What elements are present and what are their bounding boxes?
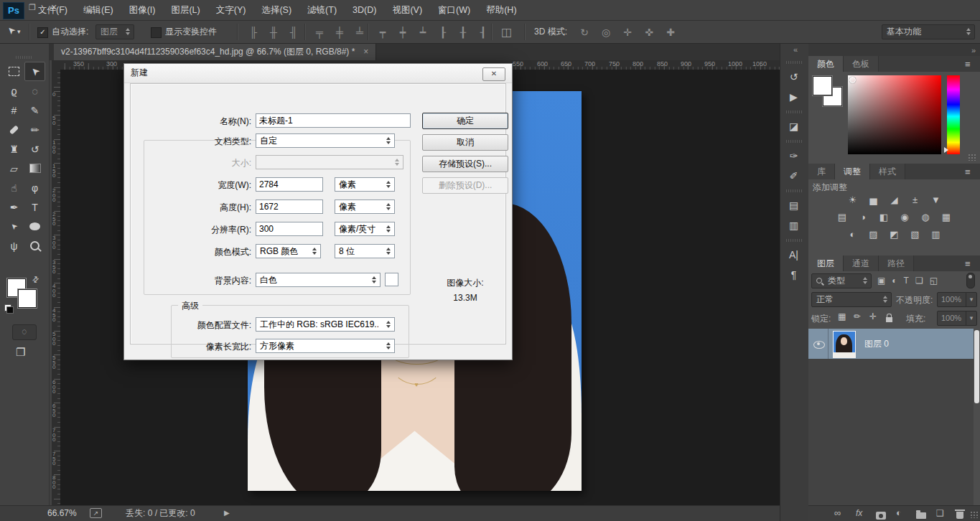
- levels-icon[interactable]: ▅: [867, 194, 881, 206]
- channel-mixer-icon[interactable]: ◍: [918, 211, 933, 223]
- layer-filter-type-dropdown[interactable]: 类型: [811, 273, 872, 288]
- spot-healing-brush-tool[interactable]: [4, 121, 24, 139]
- width-unit-dropdown[interactable]: 像素: [335, 177, 395, 192]
- path-selection-tool[interactable]: ➤: [4, 217, 24, 235]
- history-brush-tool[interactable]: ↺: [25, 140, 45, 158]
- background-dropdown[interactable]: 白色: [256, 273, 381, 287]
- menu-3d[interactable]: 3D(D): [345, 0, 384, 20]
- 3d-rotate-icon[interactable]: ↻: [578, 27, 591, 38]
- dodge-tool[interactable]: φ: [25, 179, 45, 197]
- distribute-bottom-edges-icon[interactable]: ┷: [416, 27, 429, 38]
- cancel-button[interactable]: 取消: [422, 134, 508, 151]
- default-colors-icon[interactable]: [4, 304, 14, 314]
- color-profile-dropdown[interactable]: 工作中的 RGB: sRGB IEC619...: [256, 317, 395, 332]
- clone-stamp-tool[interactable]: ♜: [4, 140, 24, 158]
- menu-edit[interactable]: 编辑(E): [75, 0, 121, 20]
- lock-position-icon[interactable]: ✛: [869, 311, 877, 321]
- quick-selection-tool[interactable]: ◌: [25, 82, 45, 100]
- dialog-close-button[interactable]: ✕: [482, 67, 505, 81]
- character-panel-icon[interactable]: A|: [785, 246, 803, 263]
- eye-icon[interactable]: [813, 341, 825, 349]
- tab-channels[interactable]: 通道: [844, 255, 879, 271]
- height-unit-dropdown[interactable]: 像素: [335, 200, 395, 214]
- saturation-brightness-field[interactable]: [848, 75, 941, 154]
- filter-shape-layers-icon[interactable]: ❏: [915, 276, 923, 286]
- hand-tool[interactable]: ψ: [4, 237, 24, 255]
- height-input[interactable]: [256, 200, 323, 214]
- actions-panel-icon[interactable]: ▶: [785, 88, 803, 105]
- 3d-scale-icon[interactable]: ✚: [664, 27, 677, 38]
- background-color-swatch[interactable]: [18, 289, 37, 308]
- add-layer-mask-icon[interactable]: [876, 512, 886, 520]
- posterize-icon[interactable]: ▨: [867, 228, 881, 240]
- distribute-right-edges-icon[interactable]: ┨: [477, 27, 490, 38]
- layer-thumbnail[interactable]: [833, 331, 856, 358]
- auto-select-checkbox[interactable]: ✓: [37, 27, 48, 38]
- color-balance-icon[interactable]: ◑: [856, 211, 870, 223]
- crop-tool[interactable]: #: [4, 101, 24, 119]
- tab-styles[interactable]: 样式: [870, 164, 905, 179]
- filter-type-layers-icon[interactable]: T: [904, 276, 909, 286]
- eyedropper-tool[interactable]: ✎: [25, 101, 45, 119]
- show-transform-checkbox[interactable]: [151, 27, 162, 38]
- filter-pixel-layers-icon[interactable]: ▣: [877, 276, 885, 286]
- tab-swatches[interactable]: 色板: [844, 56, 879, 72]
- menu-help[interactable]: 帮助(H): [478, 0, 524, 20]
- gradient-tool[interactable]: [25, 159, 45, 177]
- menu-view[interactable]: 视图(V): [384, 0, 430, 20]
- properties-panel-icon[interactable]: ◪: [785, 118, 803, 135]
- exposure-icon[interactable]: ±: [908, 194, 923, 206]
- hue-slider-marker[interactable]: [944, 147, 948, 153]
- character-styles-panel-icon[interactable]: ▤: [785, 197, 803, 214]
- screen-mode-button[interactable]: ❐: [16, 346, 25, 359]
- tab-libraries[interactable]: 库: [808, 164, 835, 179]
- menu-window[interactable]: 窗口(W): [430, 0, 478, 20]
- tool-preset-caret-icon[interactable]: ▾: [17, 21, 21, 43]
- invert-icon[interactable]: ◐: [846, 228, 860, 240]
- color-lookup-icon[interactable]: ▦: [939, 211, 953, 223]
- layer-filter-toggle[interactable]: [966, 273, 975, 288]
- paragraph-styles-panel-icon[interactable]: ▥: [785, 217, 803, 234]
- fill-dropdown[interactable]: 100% ▾: [937, 311, 977, 326]
- menu-image[interactable]: 图像(I): [121, 0, 164, 20]
- lock-image-pixels-icon[interactable]: ✏: [854, 311, 861, 321]
- brush-tool[interactable]: ✏: [25, 121, 45, 139]
- bit-depth-dropdown[interactable]: 8 位: [335, 244, 395, 258]
- panel-resize-grip[interactable]: [968, 154, 976, 161]
- tab-adjustments[interactable]: 调整: [835, 164, 870, 179]
- share-icon[interactable]: ↗: [90, 508, 102, 518]
- align-right-edges-icon[interactable]: ╢: [287, 27, 300, 38]
- tab-color[interactable]: 颜色: [808, 56, 844, 72]
- move-tool[interactable]: ➤: [24, 62, 45, 81]
- align-bottom-edges-icon[interactable]: ╧: [353, 27, 366, 38]
- pen-tool[interactable]: ✒: [4, 198, 24, 216]
- history-panel-icon[interactable]: ↺: [785, 68, 803, 85]
- status-expand-icon[interactable]: ▶: [224, 505, 230, 521]
- tool-presets-panel-icon[interactable]: ✐: [785, 167, 803, 184]
- arrange-icon[interactable]: ◫: [501, 21, 512, 43]
- tools-panel-grip[interactable]: [16, 56, 33, 59]
- expand-dock-icon[interactable]: «: [793, 45, 798, 54]
- tab-paths[interactable]: 路径: [879, 255, 914, 271]
- ok-button[interactable]: 确定: [422, 113, 508, 129]
- ellipse-tool[interactable]: [25, 217, 45, 235]
- doc-type-dropdown[interactable]: 自定: [256, 133, 395, 148]
- menu-type[interactable]: 文字(Y): [208, 0, 254, 20]
- menu-select[interactable]: 选择(S): [253, 0, 299, 20]
- menu-file[interactable]: 文件(F): [30, 0, 75, 20]
- color-mode-dropdown[interactable]: RGB 颜色: [256, 244, 321, 258]
- black-white-icon[interactable]: ◧: [877, 211, 891, 223]
- hue-saturation-icon[interactable]: ▤: [835, 211, 849, 223]
- blend-mode-dropdown[interactable]: 正常: [811, 292, 892, 307]
- lock-all-icon[interactable]: [886, 314, 892, 324]
- chevron-down-icon[interactable]: ▾: [966, 293, 976, 306]
- dialog-title-bar[interactable]: 新建 ✕: [124, 64, 512, 83]
- new-group-icon[interactable]: [916, 512, 926, 519]
- lock-transparent-pixels-icon[interactable]: ▦: [838, 311, 846, 321]
- selective-color-icon[interactable]: ▧: [908, 228, 923, 240]
- eraser-tool[interactable]: ▱: [4, 159, 24, 177]
- paragraph-panel-icon[interactable]: ¶: [785, 266, 803, 283]
- threshold-icon[interactable]: ◩: [887, 228, 902, 240]
- distribute-horizontal-centers-icon[interactable]: ╂: [457, 27, 470, 38]
- color-field-marker[interactable]: [849, 77, 856, 83]
